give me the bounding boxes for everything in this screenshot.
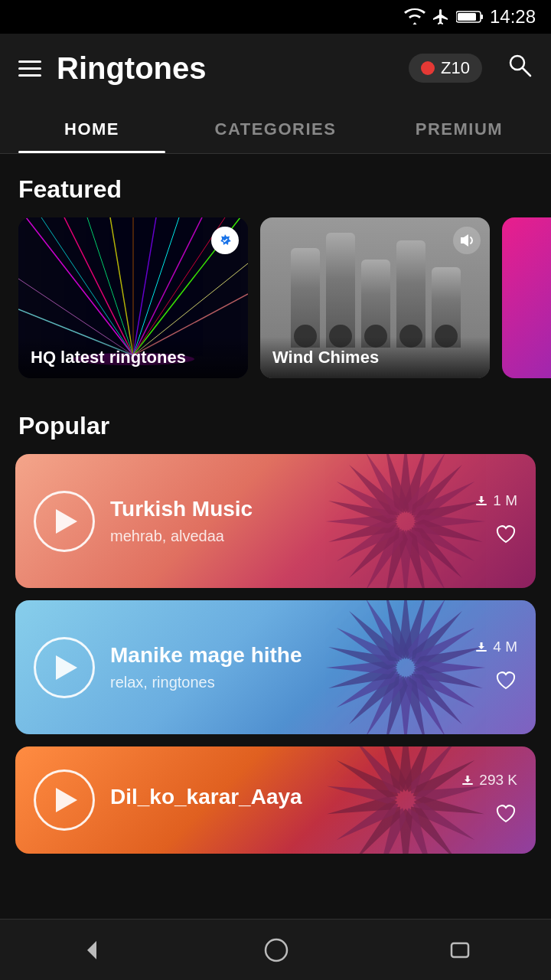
battery-icon — [456, 10, 484, 24]
play-button-manike[interactable] — [34, 637, 95, 698]
ringtone-card-dil[interactable]: Dil_ko_karar_Aaya 293 K — [15, 746, 536, 854]
card-title-dil: Dil_ko_karar_Aaya — [110, 785, 445, 809]
featured-card-wind-label: Wind Chimes — [260, 337, 490, 378]
play-triangle — [56, 509, 77, 534]
status-icons: 14:28 — [404, 6, 536, 28]
svg-rect-1 — [481, 15, 483, 19]
tab-bar: HOME CATEGORIES PREMIUM — [0, 103, 551, 154]
download-count-turkish: 1 M — [474, 492, 517, 509]
speaker-icon — [453, 227, 481, 254]
card-title-manike: Manike mage hithe — [110, 643, 459, 668]
card-actions-manike: 4 M — [474, 639, 517, 696]
card-info-turkish: Turkish Music mehrab, alvedaa — [110, 497, 459, 545]
play-triangle — [56, 788, 77, 812]
nav-back-button[interactable] — [78, 936, 106, 964]
download-count-manike: 4 M — [474, 639, 517, 655]
card-title-turkish: Turkish Music — [110, 497, 459, 521]
card-subtitle-manike: relax, ringtones — [110, 674, 459, 691]
featured-scroll[interactable]: HQ latest ringtones Wind Chimes — [0, 217, 551, 390]
ringtone-card-manike[interactable]: Manike mage hithe relax, ringtones 4 M — [15, 600, 536, 734]
svg-line-4 — [523, 68, 530, 76]
top-bar: Ringtones Z10 — [0, 34, 551, 103]
tab-home[interactable]: HOME — [0, 103, 184, 153]
menu-button[interactable] — [18, 60, 41, 77]
svg-point-93 — [266, 939, 287, 961]
popular-title: Popular — [0, 390, 551, 454]
svg-marker-92 — [87, 941, 96, 959]
main-content: Featured — [0, 154, 551, 930]
tab-premium[interactable]: PREMIUM — [367, 103, 551, 153]
heart-icon-turkish[interactable] — [494, 523, 517, 550]
verified-badge — [211, 227, 239, 254]
play-button-turkish[interactable] — [34, 491, 95, 552]
download-icon — [474, 494, 488, 508]
svg-rect-72 — [476, 650, 487, 652]
card-subtitle-turkish: mehrab, alvedaa — [110, 528, 459, 545]
nav-recent-button[interactable] — [447, 937, 473, 963]
airplane-icon — [432, 8, 450, 26]
card-info-dil: Dil_ko_karar_Aaya — [110, 785, 445, 815]
popular-list: Turkish Music mehrab, alvedaa 1 M — [0, 454, 551, 915]
heart-icon-manike[interactable] — [494, 669, 517, 696]
featured-title: Featured — [0, 154, 551, 217]
card-info-manike: Manike mage hithe relax, ringtones — [110, 643, 459, 691]
search-button[interactable] — [507, 52, 533, 84]
card-actions-dil: 293 K — [461, 772, 517, 829]
svg-rect-2 — [458, 13, 476, 21]
status-bar: 14:28 — [0, 0, 551, 34]
download-count-dil: 293 K — [461, 772, 517, 789]
featured-card-ghost[interactable] — [502, 217, 551, 378]
bottom-nav — [0, 919, 551, 980]
svg-rect-94 — [452, 943, 468, 957]
svg-rect-47 — [476, 504, 487, 505]
tab-categories[interactable]: CATEGORIES — [184, 103, 367, 153]
svg-marker-22 — [461, 234, 468, 247]
svg-rect-91 — [462, 783, 473, 785]
card-actions-turkish: 1 M — [474, 492, 517, 550]
download-icon — [474, 640, 488, 654]
featured-card-hq-label: HQ latest ringtones — [18, 337, 248, 378]
nav-home-button[interactable] — [262, 936, 290, 964]
featured-card-hq[interactable]: HQ latest ringtones — [18, 217, 248, 378]
notification-dot — [421, 61, 435, 75]
play-triangle — [56, 655, 77, 680]
status-time: 14:28 — [490, 6, 536, 28]
featured-card-wind[interactable]: Wind Chimes — [260, 217, 490, 378]
app-title: Ringtones — [57, 51, 393, 86]
z10-label: Z10 — [441, 58, 470, 78]
heart-icon-dil[interactable] — [494, 802, 517, 829]
ringtone-card-turkish[interactable]: Turkish Music mehrab, alvedaa 1 M — [15, 454, 536, 588]
z10-button[interactable]: Z10 — [409, 54, 482, 83]
wifi-icon — [404, 8, 425, 25]
play-button-dil[interactable] — [34, 769, 95, 831]
download-icon — [461, 773, 474, 787]
